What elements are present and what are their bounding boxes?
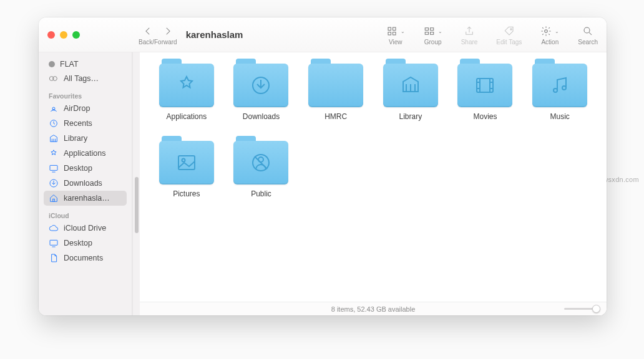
svg-rect-20: [53, 199, 55, 201]
sidebar-item-label: AirDrop: [64, 104, 90, 113]
tags-icon: [49, 74, 59, 84]
share-group[interactable]: Share: [461, 24, 478, 45]
window-controls: [39, 17, 132, 52]
folder-label: Movies: [473, 112, 497, 121]
svg-rect-2: [388, 32, 391, 36]
folder-icon: [233, 64, 288, 107]
folder-icon: [532, 64, 587, 107]
svg-rect-0: [388, 27, 391, 31]
svg-rect-37: [178, 156, 195, 170]
share-label: Share: [461, 39, 478, 45]
edit-tags-group[interactable]: Edit Tags: [496, 24, 522, 45]
sidebar-item-apps[interactable]: Applications: [44, 146, 127, 161]
action-label: Action: [541, 39, 559, 45]
status-bar: 8 items, 52.43 GB available: [140, 302, 607, 315]
zoom-slider[interactable]: [564, 308, 598, 310]
gear-icon: [540, 26, 552, 37]
folder-label: Downloads: [243, 112, 280, 121]
svg-rect-5: [425, 32, 428, 35]
sidebar-item-doc[interactable]: Documents: [44, 251, 127, 266]
folder-icon: [159, 141, 214, 184]
finder-window: Back/Forward karenhaslam ⌄ View ⌄ Group: [39, 17, 607, 315]
tag-icon: [504, 26, 515, 37]
svg-rect-16: [50, 165, 57, 170]
svg-rect-3: [393, 32, 396, 36]
close-button[interactable]: [47, 31, 55, 39]
group-icon: [424, 26, 435, 37]
folder-label: Music: [550, 112, 569, 121]
sidebar-item-label: Downloads: [64, 179, 102, 188]
sidebar-item-label: Documents: [64, 254, 103, 262]
folder-item[interactable]: Public: [227, 141, 296, 198]
folder-label: Public: [251, 189, 271, 198]
downloads-icon: [49, 178, 59, 188]
search-label: Search: [578, 39, 598, 45]
folder-item[interactable]: Movies: [451, 64, 520, 121]
svg-point-8: [510, 29, 512, 30]
sidebar-item-label: Library: [64, 134, 87, 143]
edit-tags-label: Edit Tags: [496, 39, 522, 45]
folder-item[interactable]: Applications: [152, 64, 221, 121]
share-icon: [464, 26, 475, 37]
cloud-icon: [49, 223, 59, 233]
sidebar-item-desktop[interactable]: Desktop: [44, 236, 127, 251]
sidebar-item-label: Recents: [64, 119, 92, 128]
sidebar: FLAT All Tags… Favourites AirDropRecents…: [39, 52, 132, 315]
search-group[interactable]: Search: [578, 24, 598, 45]
folder-label: Applications: [166, 112, 207, 121]
sidebar-item-desktop[interactable]: Desktop: [44, 161, 127, 176]
group-group[interactable]: ⌄ Group: [424, 24, 442, 45]
sidebar-scrollbar[interactable]: [132, 52, 140, 315]
titlebar: Back/Forward karenhaslam ⌄ View ⌄ Group: [39, 17, 607, 52]
folder-grid: ApplicationsDownloadsHMRCLibraryMoviesMu…: [140, 52, 607, 302]
sidebar-item-label: iCloud Drive: [64, 224, 106, 232]
back-forward-label: Back/Forward: [139, 39, 177, 45]
back-icon[interactable]: [142, 26, 154, 37]
minimize-button[interactable]: [60, 31, 67, 39]
sidebar-item-clock[interactable]: Recents: [44, 116, 127, 131]
folder-item[interactable]: Downloads: [227, 64, 296, 121]
content-area: ApplicationsDownloadsHMRCLibraryMoviesMu…: [140, 52, 607, 315]
svg-point-36: [562, 86, 566, 90]
sidebar-item-airdrop[interactable]: AirDrop: [44, 101, 127, 116]
view-group[interactable]: ⌄ View: [386, 24, 405, 45]
sidebar-item-label: Desktop: [64, 239, 92, 247]
svg-rect-21: [50, 240, 57, 245]
svg-point-10: [584, 27, 590, 33]
svg-rect-28: [477, 79, 493, 92]
action-group[interactable]: ⌄ Action: [540, 24, 559, 45]
folder-icon: [308, 64, 363, 107]
sidebar-all-tags[interactable]: All Tags…: [44, 71, 127, 86]
svg-point-35: [554, 89, 557, 92]
folder-item[interactable]: Music: [525, 64, 594, 121]
sidebar-item-label: FLAT: [60, 60, 79, 69]
sidebar-item-cloud[interactable]: iCloud Drive: [44, 221, 127, 236]
forward-icon[interactable]: [162, 26, 173, 37]
status-text: 8 items, 52.43 GB available: [331, 305, 416, 313]
sidebar-item-library[interactable]: Library: [44, 131, 127, 146]
folder-label: Library: [399, 112, 422, 121]
folder-item[interactable]: Library: [376, 64, 445, 121]
sidebar-item-label: All Tags…: [64, 74, 99, 83]
folder-label: Pictures: [173, 189, 200, 198]
sidebar-item-home[interactable]: karenhasla…: [44, 191, 127, 206]
sidebar-tag-flat[interactable]: FLAT: [44, 57, 127, 71]
desktop-icon: [49, 163, 59, 173]
clock-icon: [49, 118, 59, 128]
svg-rect-7: [430, 32, 433, 35]
folder-item[interactable]: Pictures: [152, 141, 221, 198]
folder-icon: [159, 64, 214, 107]
sidebar-item-downloads[interactable]: Downloads: [44, 176, 127, 191]
svg-rect-4: [425, 28, 428, 31]
chevron-down-icon: ⌄: [401, 29, 405, 34]
airdrop-icon: [49, 103, 59, 113]
doc-icon: [49, 253, 59, 263]
svg-rect-1: [393, 27, 396, 31]
folder-item[interactable]: HMRC: [301, 64, 370, 121]
maximize-button[interactable]: [72, 31, 80, 39]
apps-icon: [49, 148, 59, 158]
scroll-thumb[interactable]: [135, 177, 139, 233]
group-label: Group: [424, 39, 442, 45]
folder-label: HMRC: [324, 112, 347, 121]
sidebar-heading-favourites: Favourites: [44, 86, 127, 101]
